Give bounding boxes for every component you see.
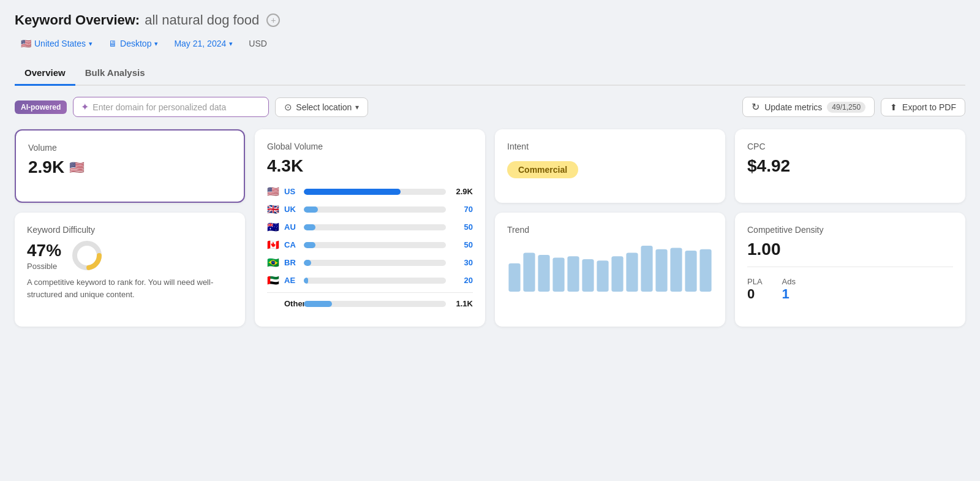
country-row: 🇦🇪 AE 20 — [267, 275, 473, 286]
country-code: BR — [284, 258, 299, 267]
country-code: AU — [284, 222, 299, 232]
date-chevron-icon: ▾ — [229, 40, 233, 48]
location-select-chevron-icon: ▾ — [355, 103, 359, 112]
toolbar: AI-powered ✦ Enter domain for personaliz… — [15, 97, 965, 117]
country-flag-icon: 🇨🇦 — [267, 239, 279, 251]
kd-label: Keyword Difficulty — [27, 225, 233, 235]
country-code: US — [284, 187, 299, 196]
trend-bar — [582, 259, 594, 292]
export-label: Export to PDF — [902, 102, 956, 112]
country-row: 🇨🇦 CA 50 — [267, 239, 473, 251]
page-title-query: all natural dog food — [145, 12, 259, 28]
ads-item: Ads 1 — [782, 277, 796, 302]
intent-label: Intent — [507, 142, 713, 151]
comp-density-label: Competitive Density — [747, 225, 953, 235]
export-pdf-button[interactable]: ⬆ Export to PDF — [881, 98, 965, 116]
comp-density-card: Competitive Density 1.00 PLA 0 Ads 1 — [735, 213, 965, 327]
update-count-badge: 49/1,250 — [827, 102, 865, 113]
trend-bar — [685, 251, 696, 292]
tab-overview[interactable]: Overview — [15, 62, 75, 86]
trend-bar — [641, 246, 652, 292]
country-count: 30 — [451, 258, 473, 267]
pla-ads-row: PLA 0 Ads 1 — [747, 277, 953, 302]
country-flag-icon: 🇦🇪 — [267, 275, 279, 286]
country-code: AE — [284, 276, 299, 285]
cards-grid: Volume 2.9K 🇺🇸 Global Volume 4.3K 🇺🇸 US … — [15, 129, 965, 327]
trend-bar — [538, 255, 549, 292]
country-count: 20 — [451, 276, 473, 285]
tab-bulk-analysis[interactable]: Bulk Analysis — [75, 62, 155, 86]
country-count: 50 — [451, 240, 473, 249]
pla-label: PLA — [747, 277, 763, 286]
country-count: 70 — [451, 205, 473, 214]
location-label: United States — [34, 39, 86, 48]
sparkle-icon: ✦ — [81, 101, 89, 113]
cpc-card: CPC $4.92 — [735, 129, 965, 203]
ads-label: Ads — [782, 277, 796, 286]
add-keyword-button[interactable]: + — [266, 13, 280, 27]
trend-bar — [508, 263, 520, 292]
ads-value: 1 — [782, 286, 796, 302]
trend-bar — [699, 249, 711, 292]
device-chevron-icon: ▾ — [154, 40, 158, 48]
volume-label: Volume — [28, 143, 232, 153]
kd-possible: Possible — [27, 262, 61, 271]
kd-percent: 47% — [27, 241, 61, 260]
country-flag-icon: 🇦🇺 — [267, 221, 279, 233]
cpc-label: CPC — [747, 142, 953, 151]
trend-bar — [552, 258, 564, 292]
global-volume-value: 4.3K — [267, 156, 473, 176]
intent-badge: Commercial — [507, 161, 578, 178]
location-button[interactable]: 🇺🇸 United States ▾ — [15, 36, 99, 51]
device-button[interactable]: 🖥 Desktop ▾ — [102, 36, 164, 51]
upload-icon: ⬆ — [890, 102, 897, 112]
trend-chart — [507, 240, 713, 297]
location-select-button[interactable]: ⊙ Select location ▾ — [275, 97, 368, 117]
country-row: 🇦🇺 AU 50 — [267, 221, 473, 233]
country-bar — [304, 189, 401, 195]
country-bar — [304, 206, 318, 213]
country-flag-icon: 🇬🇧 — [267, 203, 279, 215]
intent-card: Intent Commercial — [495, 129, 725, 203]
domain-input-wrapper[interactable]: ✦ Enter domain for personalized data — [73, 97, 269, 117]
country-code: CA — [284, 240, 299, 249]
cpc-value: $4.92 — [747, 156, 953, 176]
global-volume-card: Global Volume 4.3K 🇺🇸 US 2.9K 🇬🇧 UK 70 🇦… — [255, 129, 485, 327]
other-label: Other — [284, 299, 299, 308]
trend-bar — [611, 256, 623, 292]
update-metrics-button[interactable]: ↻ Update metrics 49/1,250 — [742, 97, 875, 117]
country-flag-icon: 🇺🇸 — [267, 186, 279, 197]
refresh-icon: ↻ — [752, 101, 760, 113]
device-label: Desktop — [120, 39, 151, 48]
comp-density-value: 1.00 — [747, 240, 953, 259]
trend-label: Trend — [507, 225, 713, 235]
other-bar — [304, 301, 332, 307]
controls-row: 🇺🇸 United States ▾ 🖥 Desktop ▾ May 21, 2… — [15, 36, 965, 51]
trend-bar — [670, 248, 682, 292]
location-pin-icon: ⊙ — [284, 102, 292, 113]
country-row: 🇺🇸 US 2.9K — [267, 186, 473, 197]
country-bars: 🇺🇸 US 2.9K 🇬🇧 UK 70 🇦🇺 AU 50 🇨🇦 CA — [267, 186, 473, 286]
page-title-keyword: Keyword Overview: — [15, 12, 140, 28]
pla-value: 0 — [747, 286, 763, 302]
keyword-difficulty-card: Keyword Difficulty 47% Possible A compet… — [15, 213, 245, 327]
country-flag-icon: 🇧🇷 — [267, 257, 279, 268]
global-volume-label: Global Volume — [267, 142, 473, 151]
trend-bar — [597, 260, 608, 292]
trend-bar — [626, 253, 638, 292]
volume-flag-icon: 🇺🇸 — [69, 160, 85, 175]
trend-bar — [567, 256, 579, 292]
other-row: Other 1.1K — [267, 299, 473, 308]
kd-description: A competitive keyword to rank for. You w… — [27, 276, 233, 300]
location-select-label: Select location — [296, 102, 352, 112]
country-bar — [304, 278, 308, 284]
date-button[interactable]: May 21, 2024 ▾ — [168, 36, 239, 51]
country-bar — [304, 224, 315, 230]
country-row: 🇬🇧 UK 70 — [267, 203, 473, 215]
volume-value: 2.9K 🇺🇸 — [28, 157, 232, 177]
country-count: 2.9K — [451, 187, 473, 196]
other-count: 1.1K — [451, 299, 473, 308]
trend-card: Trend — [495, 213, 725, 327]
trend-bar — [523, 253, 535, 292]
location-chevron-icon: ▾ — [89, 40, 92, 48]
